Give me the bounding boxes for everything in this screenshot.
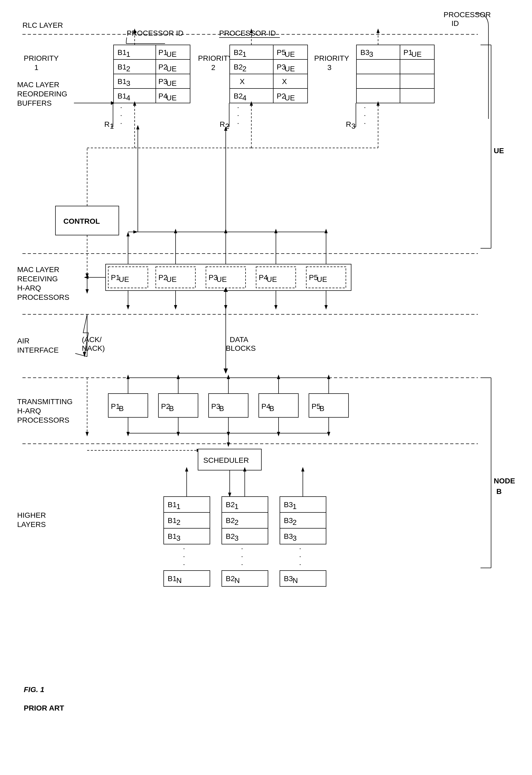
svg-text:B: B	[219, 405, 224, 413]
svg-text:·: ·	[120, 103, 122, 111]
svg-text:·: ·	[364, 103, 366, 111]
data-blocks-label: DATA	[230, 335, 248, 344]
svg-text:1: 1	[293, 503, 297, 511]
svg-text:UE: UE	[216, 275, 227, 283]
svg-text:UE: UE	[411, 50, 422, 58]
svg-rect-59	[400, 59, 434, 74]
svg-text:·: ·	[299, 560, 301, 568]
priority2-label: PRIORITY	[198, 54, 233, 62]
svg-text:UE: UE	[166, 79, 177, 87]
svg-text:·: ·	[299, 544, 301, 552]
processor-id-mid: PROCESSOR ID	[219, 29, 276, 37]
svg-rect-60	[356, 74, 400, 88]
svg-text:PROCESSORS: PROCESSORS	[17, 416, 69, 424]
scheduler-label: SCHEDULER	[203, 456, 249, 464]
svg-text:4: 4	[242, 94, 247, 102]
svg-text:3: 3	[293, 534, 297, 542]
svg-text:1: 1	[176, 503, 181, 511]
svg-rect-62	[356, 88, 400, 103]
svg-text:BUFFERS: BUFFERS	[17, 99, 52, 107]
svg-text:1: 1	[242, 50, 247, 58]
svg-text:UE: UE	[267, 275, 277, 283]
svg-text:·: ·	[364, 111, 366, 119]
hl-b1-1: B1	[168, 501, 177, 509]
svg-text:2: 2	[234, 518, 239, 527]
hl-b3-2: B3	[284, 517, 293, 525]
b2-2: B2	[234, 63, 243, 71]
svg-text:N: N	[234, 576, 240, 585]
svg-text:REORDERING: REORDERING	[17, 90, 67, 98]
svg-text:·: ·	[241, 544, 243, 552]
ue-label: UE	[494, 147, 504, 155]
higher-layers-label: HIGHER	[17, 511, 46, 519]
hl-b3-1: B3	[284, 501, 293, 509]
svg-text:N: N	[293, 576, 298, 585]
svg-text:2: 2	[211, 63, 215, 72]
svg-text:·: ·	[237, 119, 239, 127]
svg-text:UE: UE	[285, 50, 295, 58]
b2-4: B2	[234, 92, 243, 100]
control-label: CONTROL	[63, 217, 100, 225]
x1: X	[240, 77, 245, 86]
svg-text:1: 1	[110, 122, 114, 130]
diagram: RLC LAYER PROCESSOR ID PROCESSOR ID PROC…	[0, 0, 532, 775]
b1-4: B1	[117, 92, 126, 100]
fig1-label: FIG. 1	[24, 685, 44, 694]
svg-text:·: ·	[183, 544, 185, 552]
svg-text:UE: UE	[166, 65, 177, 73]
svg-text:·: ·	[183, 552, 185, 560]
hl-b2-1: B2	[226, 501, 235, 509]
svg-text:2: 2	[293, 518, 297, 527]
hl-b3-n: B3	[284, 575, 293, 583]
svg-text:3: 3	[176, 534, 181, 542]
svg-text:RECEIVING: RECEIVING	[17, 275, 58, 283]
svg-text:·: ·	[364, 119, 366, 127]
svg-rect-58	[356, 59, 400, 74]
svg-text:B: B	[319, 405, 324, 413]
transmitting-label: TRANSMITTING	[17, 398, 73, 406]
svg-text:3: 3	[351, 122, 356, 130]
svg-text:N: N	[176, 576, 182, 585]
x2: X	[282, 77, 287, 86]
hl-b1-3: B1	[168, 532, 177, 541]
svg-text:B: B	[119, 405, 124, 413]
svg-text:·: ·	[120, 119, 122, 127]
b1-3: B1	[117, 77, 126, 86]
svg-text:·: ·	[237, 111, 239, 119]
svg-text:3: 3	[126, 79, 130, 87]
svg-rect-61	[400, 74, 434, 88]
svg-text:UE: UE	[166, 275, 177, 283]
hl-b2-n: B2	[226, 575, 235, 583]
priority3-label: PRIORITY	[314, 54, 349, 62]
svg-rect-63	[400, 88, 434, 103]
svg-text:2: 2	[242, 65, 247, 73]
svg-text:1: 1	[234, 503, 239, 511]
svg-text:UE: UE	[317, 275, 327, 283]
svg-rect-0	[0, 0, 532, 775]
b1-2: B1	[117, 63, 126, 71]
svg-text:1: 1	[34, 63, 39, 72]
svg-text:H-ARQ: H-ARQ	[17, 407, 41, 415]
svg-text:INTERFACE: INTERFACE	[17, 346, 59, 354]
svg-text:1: 1	[126, 50, 130, 58]
hl-b1-2: B1	[168, 517, 177, 525]
svg-text:·: ·	[241, 560, 243, 568]
svg-rect-42	[273, 74, 308, 88]
svg-text:PROCESSORS: PROCESSORS	[17, 293, 69, 301]
hl-b2-3: B2	[226, 532, 235, 541]
svg-text:B: B	[169, 405, 174, 413]
svg-text:2: 2	[126, 65, 130, 73]
hl-b3-3: B3	[284, 532, 293, 541]
mac-receiving-label: MAC LAYER	[17, 265, 59, 274]
svg-text:UE: UE	[166, 50, 177, 58]
svg-text:·: ·	[183, 560, 185, 568]
svg-text:UE: UE	[119, 275, 129, 283]
hl-b2-2: B2	[226, 517, 235, 525]
svg-text:·: ·	[299, 552, 301, 560]
b1-1: B1	[117, 48, 126, 57]
r1-label: R	[104, 120, 110, 128]
svg-text:3: 3	[369, 50, 373, 58]
node-b-label: NODE	[494, 477, 515, 485]
ack-nack-label: (ACK/	[82, 335, 102, 344]
b2-1: B2	[234, 48, 243, 57]
